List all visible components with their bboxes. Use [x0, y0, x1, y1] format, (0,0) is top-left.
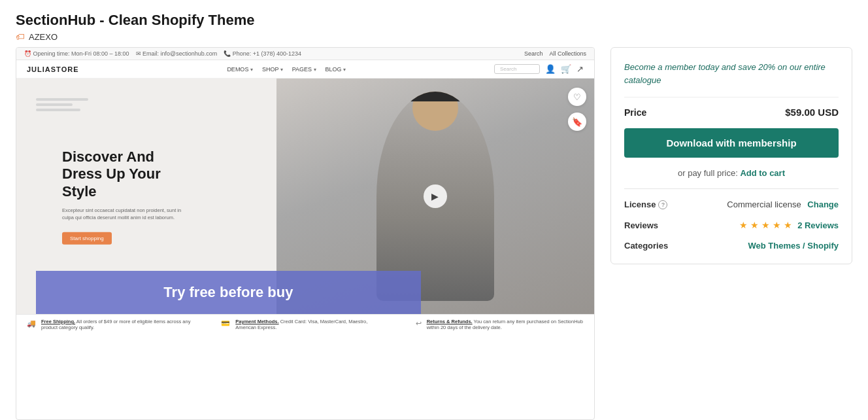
topbar-right: Search All Collections [524, 50, 586, 57]
try-free-overlay: Try free before buy [36, 271, 421, 314]
change-license-link[interactable]: Change [807, 200, 839, 209]
try-free-text: Try free before buy [163, 284, 293, 301]
share-icon[interactable]: ↗ [576, 64, 584, 74]
or-pay-row: or pay full price: Add to cart [624, 168, 839, 178]
shipping-text: Free Shipping. All orders of $49 or more… [41, 319, 195, 330]
categories-row: Categories Web Themes / Shopify [624, 241, 839, 251]
cart-icon[interactable]: 🛒 [561, 64, 571, 74]
right-panel: Become a member today and save 20% on ou… [610, 47, 852, 264]
membership-promo: Become a member today and save 20% on ou… [624, 61, 839, 86]
nav-link-blog[interactable]: BLOG ▾ [326, 66, 346, 73]
main-content: ⏰ Opening time: Mon-Fri 08:00 – 18:00 ✉ … [0, 47, 868, 420]
theme-footer-bar: 🚚 Free Shipping. All orders of $49 or mo… [16, 314, 594, 334]
topbar-search: Search [524, 50, 543, 57]
categories-label: Categories [624, 241, 668, 251]
categories-value-link[interactable]: Web Themes / Shopify [748, 241, 839, 251]
returns-icon: ↩ [416, 319, 422, 328]
star-2: ★ [750, 220, 759, 230]
hero-action-icons: ♡ 🔖 [568, 88, 586, 131]
user-icon[interactable]: 👤 [545, 64, 556, 74]
page-header: SectionHub - Clean Shopify Theme 🏷 AZEXO [0, 0, 868, 47]
returns-link[interactable]: Returns & Refunds. [427, 319, 473, 324]
topbar-opening: ⏰ Opening time: Mon-Fri 08:00 – 18:00 [24, 50, 129, 57]
heart-button[interactable]: ♡ [568, 88, 586, 106]
hero-subtext: Excepteur sint occaecat cupidatat non pr… [62, 207, 193, 222]
hero-start-shopping-button[interactable]: Start shopping [62, 232, 112, 244]
star-3: ★ [761, 220, 770, 230]
play-button[interactable]: ▶ [424, 184, 447, 208]
shipping-icon: 🚚 [27, 319, 36, 328]
star-1: ★ [739, 220, 748, 230]
price-value: $59.00 USD [785, 107, 839, 118]
shipping-link[interactable]: Free Shipping. [41, 319, 75, 324]
author-name: AZEXO [29, 32, 58, 42]
topbar-phone: 📞 Phone: +1 (378) 400-1234 [224, 50, 301, 57]
theme-navbar: JULIASTORE DEMOS ▾ SHOP ▾ PAGES ▾ BLOG ▾… [16, 60, 594, 79]
reviews-count-link[interactable]: 2 Reviews [797, 220, 839, 230]
product-title: SectionHub - Clean Shopify Theme [16, 12, 852, 29]
bookmark-button[interactable]: 🔖 [568, 113, 586, 131]
license-value: Commercial license Change [727, 200, 839, 209]
nav-link-demos[interactable]: DEMOS ▾ [227, 66, 253, 73]
price-row: Price $59.00 USD [624, 97, 839, 118]
license-help-icon[interactable]: ? [658, 200, 667, 209]
download-with-membership-button[interactable]: Download with membership [624, 128, 839, 158]
star-5: ★ [784, 220, 792, 230]
author-icon: 🏷 [16, 31, 25, 42]
theme-nav-actions: Search 👤 🛒 ↗ [494, 64, 584, 74]
payment-icon: 💳 [221, 319, 230, 328]
theme-hero: Discover And Dress Up Your Style Excepte… [16, 79, 594, 314]
payment-link[interactable]: Payment Methods. [235, 319, 278, 324]
payment-text: Payment Methods. Credit Card: Visa, Mast… [235, 319, 389, 330]
theme-nav-links: DEMOS ▾ SHOP ▾ PAGES ▾ BLOG ▾ [227, 66, 346, 73]
theme-preview: ⏰ Opening time: Mon-Fri 08:00 – 18:00 ✉ … [16, 47, 595, 420]
license-row: License ? Commercial license Change [624, 200, 839, 209]
footer-returns: ↩ Returns & Refunds. You can return any … [416, 319, 584, 330]
returns-text: Returns & Refunds. You can return any it… [427, 319, 584, 330]
topbar-email: ✉ Email: info@sectionhub.com [136, 50, 218, 57]
theme-search-box[interactable]: Search [494, 64, 540, 74]
stars-row: ★ ★ ★ ★ ★ 2 Reviews [739, 220, 839, 230]
divider-1 [624, 188, 839, 189]
topbar-left: ⏰ Opening time: Mon-Fri 08:00 – 18:00 ✉ … [24, 50, 301, 57]
hero-content: Discover And Dress Up Your Style Excepte… [62, 149, 193, 245]
footer-payment: 💳 Payment Methods. Credit Card: Visa, Ma… [221, 319, 389, 330]
preview-section: ⏰ Opening time: Mon-Fri 08:00 – 18:00 ✉ … [16, 47, 595, 420]
nav-link-shop[interactable]: SHOP ▾ [262, 66, 283, 73]
license-label: License ? [624, 200, 667, 209]
gray-lines-left [36, 98, 88, 114]
search-placeholder: Search [500, 66, 516, 72]
theme-topbar: ⏰ Opening time: Mon-Fri 08:00 – 18:00 ✉ … [16, 48, 594, 60]
reviews-row: Reviews ★ ★ ★ ★ ★ 2 Reviews [624, 220, 839, 230]
or-pay-text: or pay full price: [678, 168, 738, 178]
footer-shipping: 🚚 Free Shipping. All orders of $49 or mo… [27, 319, 195, 330]
topbar-collections: All Collections [549, 50, 586, 57]
price-label: Price [624, 107, 646, 118]
author-row: 🏷 AZEXO [16, 31, 852, 42]
star-4: ★ [773, 220, 781, 230]
hero-heading: Discover And Dress Up Your Style [62, 149, 193, 200]
theme-logo: JULIASTORE [27, 65, 78, 73]
reviews-label: Reviews [624, 220, 658, 230]
person-hat [409, 92, 461, 101]
add-to-cart-link[interactable]: Add to cart [740, 168, 785, 178]
nav-link-pages[interactable]: PAGES ▾ [292, 66, 316, 73]
